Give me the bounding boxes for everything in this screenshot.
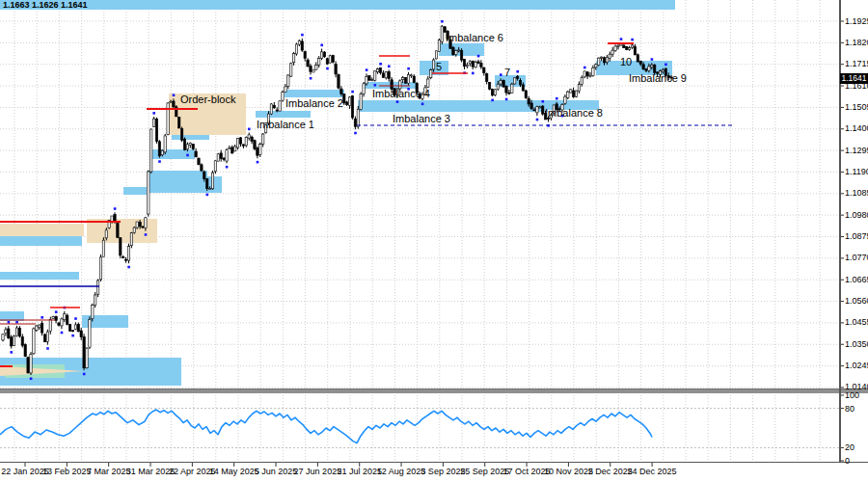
- imbalance-2-zone[interactable]: [285, 90, 344, 97]
- candle-body: [95, 295, 96, 305]
- price-axis-label: 1.1505: [845, 103, 868, 112]
- candle-body: [491, 90, 493, 95]
- imbalance-6-label[interactable]: Imbalance 6: [446, 33, 503, 43]
- top-imbalance-zone[interactable]: [0, 0, 675, 10]
- ohlc-values: 1.1663 1.1626 1.1641: [3, 0, 88, 10]
- imbalance-2-label[interactable]: Imbalance 2: [285, 98, 343, 109]
- candle-body: [477, 62, 479, 64]
- candle-body: [519, 80, 521, 85]
- candle-body: [628, 48, 630, 50]
- fractal-up-dot: [620, 38, 623, 40]
- candle-body: [150, 129, 152, 172]
- candle-body: [366, 77, 367, 84]
- fractal-down-dot: [472, 72, 475, 75]
- candle-body: [86, 348, 88, 368]
- candle-body: [186, 145, 188, 149]
- imbalance-10-label[interactable]: 10: [620, 57, 632, 67]
- date-axis-label: 10 Nov 2025: [544, 468, 593, 476]
- candle-body: [323, 52, 325, 57]
- candle-body: [402, 78, 404, 80]
- candle-body: [120, 238, 122, 255]
- zone-mar[interactable]: [123, 187, 147, 195]
- imbalance-5-label[interactable]: 5: [436, 62, 442, 72]
- imbalance-8-label[interactable]: Imbalance 8: [545, 108, 603, 119]
- candle-body: [475, 62, 476, 67]
- candle-body: [39, 325, 41, 328]
- date-axis-label: 27 Jun 2025: [294, 468, 342, 476]
- chart-canvas[interactable]: [0, 0, 868, 482]
- fractal-down-dot: [354, 132, 357, 135]
- imbalance-4-label[interactable]: Imbalance 4: [372, 89, 430, 99]
- fractal-down-dot: [158, 160, 161, 163]
- candle-body: [298, 40, 300, 44]
- fractal-up-dot: [477, 55, 480, 58]
- imbalance-3-zone[interactable]: [358, 100, 548, 112]
- zone-apr-3b[interactable]: [207, 176, 222, 193]
- candle-body: [645, 68, 647, 70]
- candle-body: [124, 259, 126, 260]
- order-block-left-1[interactable]: [0, 224, 84, 236]
- candle-body: [148, 172, 149, 214]
- price-axis-label: 1.1715: [845, 60, 868, 68]
- price-axis-label: 1.0455: [845, 318, 868, 327]
- price-axis-label: 1.0980: [845, 211, 868, 220]
- date-axis-label: 24 Dec 2025: [628, 468, 677, 476]
- candle-body: [192, 144, 194, 148]
- candle-body: [441, 26, 443, 41]
- fractal-down-dot: [374, 84, 377, 87]
- candle-body: [320, 52, 322, 59]
- candle-body: [598, 58, 600, 66]
- candle-body: [13, 336, 14, 346]
- fractal-up-dot: [583, 67, 586, 69]
- candle-body: [180, 129, 182, 141]
- zone-apr-3[interactable]: [148, 171, 207, 193]
- candle-body: [514, 78, 516, 84]
- candle-body: [111, 216, 113, 221]
- zone-feb-2[interactable]: [0, 272, 79, 280]
- candle-body: [133, 228, 135, 232]
- candle-body: [24, 344, 26, 356]
- candle-body: [279, 101, 281, 111]
- candle-body: [142, 227, 144, 228]
- imbalance-9-label[interactable]: Imbalance 9: [629, 73, 687, 84]
- candle-body: [139, 223, 141, 227]
- candle-body: [203, 172, 205, 178]
- date-axis-label: 14 May 2025: [209, 468, 259, 476]
- candle-body: [245, 137, 247, 145]
- candle-body: [603, 58, 605, 63]
- candle-body: [458, 50, 460, 51]
- fractal-down-dot: [421, 103, 424, 106]
- fractal-down-dot: [505, 98, 508, 101]
- imbalance-3-label[interactable]: Imbalance 3: [393, 114, 450, 124]
- candle-body: [363, 84, 365, 94]
- candle-body: [413, 76, 415, 82]
- candle-body: [617, 45, 619, 46]
- candle-body: [472, 62, 474, 67]
- candle-body: [648, 67, 650, 70]
- imbalance-1-zone[interactable]: [256, 111, 311, 118]
- candle-body: [530, 103, 532, 109]
- fractal-up-dot: [388, 65, 391, 67]
- candle-body: [494, 90, 496, 95]
- candle-body: [68, 325, 70, 332]
- zone-feb-1[interactable]: [0, 236, 82, 246]
- imbalance-7-label[interactable]: 7: [504, 67, 510, 78]
- price-axis-label: 1.1085: [845, 189, 868, 198]
- candle-body: [307, 60, 309, 67]
- candle-body: [455, 50, 457, 54]
- fractal-up-dot: [500, 73, 502, 76]
- fractal-up-dot: [320, 44, 323, 47]
- candle-body: [315, 65, 317, 69]
- order-block-label[interactable]: Order-block: [180, 94, 235, 105]
- candle-body: [357, 109, 359, 126]
- candle-body: [371, 80, 373, 81]
- candle-body: [239, 138, 241, 144]
- candle-body: [122, 257, 124, 258]
- fractal-up-dot: [248, 128, 251, 131]
- fractal-down-dot: [310, 77, 312, 80]
- pane-separator[interactable]: [0, 388, 868, 393]
- imbalance-1-label[interactable]: Imbalance 1: [257, 120, 314, 130]
- candle-body: [639, 62, 641, 65]
- candle-body: [516, 76, 518, 78]
- candle-body: [600, 57, 602, 58]
